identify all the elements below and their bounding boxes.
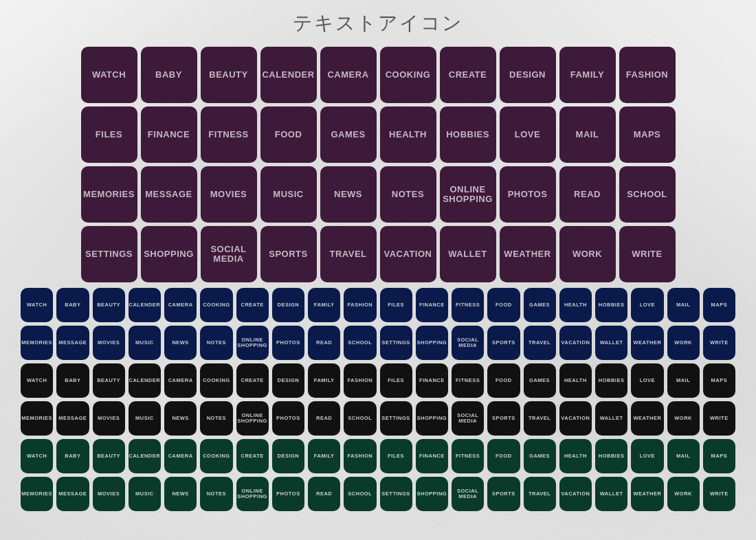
small-tile-dark-green-vacation-2[interactable]: VACATION <box>559 477 592 511</box>
small-tile-dark-green-health-2[interactable]: HEALTH <box>559 439 592 473</box>
small-tile-dark-green-camera-2[interactable]: CAMERA <box>164 439 197 473</box>
small-tile-dark-blue-weather-0[interactable]: WEATHER <box>631 326 663 360</box>
large-tile-fashion[interactable]: FASHION <box>619 47 676 103</box>
small-tile-dark-blue-notes-0[interactable]: NOTES <box>200 326 232 360</box>
small-tile-dark-blue-watch-0[interactable]: WATCH <box>21 288 53 322</box>
small-tile-dark-green-design-2[interactable]: DESIGN <box>272 439 304 473</box>
small-tile-black-design-1[interactable]: DESIGN <box>272 363 304 398</box>
small-tile-dark-blue-love-0[interactable]: LOVE <box>631 288 663 322</box>
large-tile-create[interactable]: CREATE <box>440 47 496 103</box>
small-tile-dark-green-baby-2[interactable]: BABY <box>56 439 89 473</box>
large-tile-camera[interactable]: CAMERA <box>320 47 377 103</box>
large-tile-wallet[interactable]: WALLET <box>440 226 496 282</box>
small-tile-dark-blue-shopping-0[interactable]: SHOPPING <box>416 326 448 360</box>
small-tile-dark-blue-maps-0[interactable]: MAPS <box>703 288 735 322</box>
small-tile-dark-green-sports-2[interactable]: SPORTS <box>487 477 520 511</box>
small-tile-dark-blue-camera-0[interactable]: CAMERA <box>164 288 197 322</box>
small-tile-black-message-1[interactable]: MESSAGE <box>56 401 89 436</box>
small-tile-black-food-1[interactable]: FOOD <box>487 363 520 398</box>
small-tile-dark-blue-read-0[interactable]: READ <box>308 326 340 360</box>
small-tile-dark-blue-school-0[interactable]: SCHOOL <box>344 326 376 360</box>
large-tile-shopping[interactable]: SHOPPING <box>141 226 197 282</box>
small-tile-dark-green-family-2[interactable]: FAMILY <box>308 439 340 473</box>
small-tile-dark-blue-cooking-0[interactable]: COOKING <box>200 288 232 322</box>
large-tile-fitness[interactable]: FITNESS <box>201 106 257 163</box>
small-tile-black-onlineshopping-1[interactable]: ONLINE SHOPPING <box>236 401 269 436</box>
small-tile-dark-blue-music-0[interactable]: MUSIC <box>129 326 161 360</box>
large-tile-baby[interactable]: BABY <box>141 47 197 103</box>
small-tile-dark-blue-design-0[interactable]: DESIGN <box>272 288 304 322</box>
small-tile-black-fashion-1[interactable]: FASHION <box>344 363 376 398</box>
small-tile-dark-blue-sports-0[interactable]: SPORTS <box>487 326 520 360</box>
large-tile-beauty[interactable]: BEAUTY <box>201 47 257 103</box>
small-tile-dark-blue-mail-0[interactable]: MAIL <box>667 288 700 322</box>
large-tile-weather[interactable]: WEATHER <box>500 226 556 282</box>
small-tile-black-fitness-1[interactable]: FITNESS <box>452 363 484 398</box>
small-tile-dark-green-settings-2[interactable]: SETTINGS <box>380 477 412 511</box>
small-tile-dark-blue-fitness-0[interactable]: FITNESS <box>452 288 484 322</box>
small-tile-dark-blue-fashion-0[interactable]: FASHION <box>344 288 376 322</box>
large-tile-food[interactable]: FOOD <box>260 106 317 163</box>
large-tile-write[interactable]: WRITE <box>619 226 676 282</box>
small-tile-dark-green-memories-2[interactable]: MEMORIES <box>21 477 53 511</box>
large-tile-sports[interactable]: SPORTS <box>260 226 317 282</box>
large-tile-music[interactable]: MUSIC <box>260 166 317 223</box>
small-tile-black-read-1[interactable]: READ <box>308 401 340 436</box>
large-tile-message[interactable]: MESSAGE <box>141 166 197 223</box>
small-tile-dark-green-food-2[interactable]: FOOD <box>487 439 520 473</box>
large-tile-notes[interactable]: NOTES <box>380 166 436 223</box>
small-tile-dark-blue-travel-0[interactable]: TRAVEL <box>524 326 556 360</box>
small-tile-black-hobbies-1[interactable]: HOBBIES <box>595 363 627 398</box>
small-tile-black-camera-1[interactable]: CAMERA <box>164 363 197 398</box>
small-tile-dark-blue-write-0[interactable]: WRITE <box>703 326 735 360</box>
small-tile-dark-blue-calender-0[interactable]: CALENDER <box>129 288 161 322</box>
small-tile-dark-blue-baby-0[interactable]: BABY <box>56 288 89 322</box>
small-tile-dark-blue-message-0[interactable]: MESSAGE <box>56 326 89 360</box>
small-tile-dark-green-read-2[interactable]: READ <box>308 477 340 511</box>
large-tile-news[interactable]: NEWS <box>320 166 377 223</box>
small-tile-black-notes-1[interactable]: NOTES <box>200 401 232 436</box>
large-tile-photos[interactable]: PHOTOS <box>500 166 556 223</box>
small-tile-black-love-1[interactable]: LOVE <box>631 363 663 398</box>
small-tile-dark-blue-hobbies-0[interactable]: HOBBIES <box>595 288 627 322</box>
small-tile-black-create-1[interactable]: CREATE <box>236 363 269 398</box>
small-tile-dark-green-write-2[interactable]: WRITE <box>703 477 735 511</box>
small-tile-black-maps-1[interactable]: MAPS <box>703 363 735 398</box>
small-tile-black-movies-1[interactable]: MOVIES <box>93 401 125 436</box>
small-tile-black-work-1[interactable]: WORK <box>667 401 700 436</box>
large-tile-vacation[interactable]: VACATION <box>380 226 436 282</box>
small-tile-dark-green-finance-2[interactable]: FINANCE <box>416 439 448 473</box>
large-tile-cooking[interactable]: COOKING <box>380 47 436 103</box>
small-tile-black-photos-1[interactable]: PHOTOS <box>272 401 304 436</box>
large-tile-settings[interactable]: SETTINGS <box>81 226 137 282</box>
small-tile-dark-green-hobbies-2[interactable]: HOBBIES <box>595 439 627 473</box>
small-tile-dark-blue-news-0[interactable]: NEWS <box>164 326 197 360</box>
small-tile-dark-green-wallet-2[interactable]: WALLET <box>595 477 627 511</box>
small-tile-dark-green-socialmedia-2[interactable]: SOCIAL MEDIA <box>452 477 484 511</box>
small-tile-dark-green-create-2[interactable]: CREATE <box>236 439 269 473</box>
large-tile-read[interactable]: READ <box>559 166 616 223</box>
small-tile-black-baby-1[interactable]: BABY <box>56 363 89 398</box>
small-tile-dark-green-beauty-2[interactable]: BEAUTY <box>93 439 125 473</box>
small-tile-black-settings-1[interactable]: SETTINGS <box>380 401 412 436</box>
small-tile-dark-green-work-2[interactable]: WORK <box>667 477 700 511</box>
large-tile-onlineshopping[interactable]: ONLINE SHOPPING <box>440 166 496 223</box>
small-tile-dark-green-photos-2[interactable]: PHOTOS <box>272 477 304 511</box>
small-tile-dark-blue-onlineshopping-0[interactable]: ONLINE SHOPPING <box>236 326 269 360</box>
small-tile-black-games-1[interactable]: GAMES <box>524 363 556 398</box>
small-tile-dark-green-files-2[interactable]: FILES <box>380 439 412 473</box>
small-tile-dark-green-games-2[interactable]: GAMES <box>524 439 556 473</box>
small-tile-dark-blue-memories-0[interactable]: MEMORIES <box>21 326 53 360</box>
large-tile-socialmedia[interactable]: SOCIAL MEDIA <box>201 226 257 282</box>
small-tile-black-school-1[interactable]: SCHOOL <box>344 401 376 436</box>
small-tile-black-write-1[interactable]: WRITE <box>703 401 735 436</box>
large-tile-hobbies[interactable]: HOBBIES <box>440 106 496 163</box>
small-tile-black-family-1[interactable]: FAMILY <box>308 363 340 398</box>
small-tile-black-finance-1[interactable]: FINANCE <box>416 363 448 398</box>
small-tile-dark-green-calender-2[interactable]: CALENDER <box>129 439 161 473</box>
small-tile-black-weather-1[interactable]: WEATHER <box>631 401 663 436</box>
small-tile-black-health-1[interactable]: HEALTH <box>559 363 592 398</box>
small-tile-black-sports-1[interactable]: SPORTS <box>487 401 520 436</box>
small-tile-dark-blue-health-0[interactable]: HEALTH <box>559 288 592 322</box>
small-tile-dark-green-travel-2[interactable]: TRAVEL <box>524 477 556 511</box>
